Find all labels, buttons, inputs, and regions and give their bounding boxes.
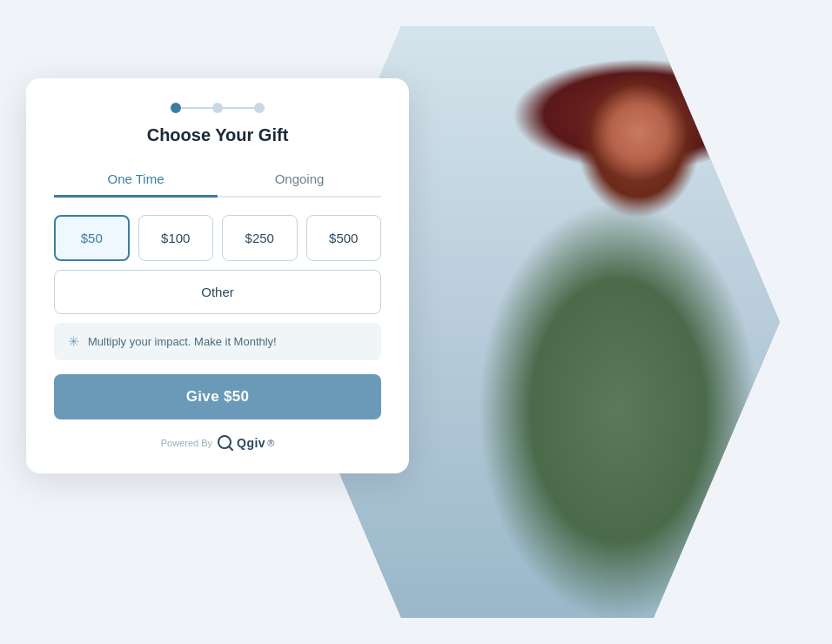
tab-ongoing[interactable]: Ongoing [218,163,381,198]
qgiv-trademark: ® [267,438,274,448]
progress-step-2 [212,103,223,113]
qgiv-brand-name: Qgiv [237,436,265,450]
amount-100-button[interactable]: $100 [138,215,214,261]
amount-50-button[interactable]: $50 [54,215,130,261]
amount-500-button[interactable]: $500 [306,215,382,261]
amount-250-button[interactable]: $250 [222,215,298,261]
progress-line-1 [181,107,212,109]
donation-card: Choose Your Gift One Time Ongoing $50 $1… [26,78,409,473]
progress-step-1 [171,103,181,113]
qgiv-q-icon [216,433,235,453]
progress-indicator [54,103,381,113]
give-button[interactable]: Give $50 [54,374,381,419]
svg-line-1 [229,446,232,450]
qgiv-logo: Qgiv® [216,433,274,453]
powered-by-label: Powered By [161,438,212,448]
powered-by-section: Powered By Qgiv® [54,433,381,453]
tab-one-time[interactable]: One Time [54,163,218,198]
sun-icon: ✳ [68,333,79,350]
monthly-upsell-banner: ✳ Multiply your impact. Make it Monthly! [54,323,381,360]
other-amount-button[interactable]: Other [54,270,381,314]
progress-line-2 [223,107,254,109]
monthly-upsell-text: Multiply your impact. Make it Monthly! [88,335,277,348]
amount-grid: $50 $100 $250 $500 [54,215,381,261]
progress-step-3 [254,103,265,113]
donation-card-wrapper: Choose Your Gift One Time Ongoing $50 $1… [26,78,409,473]
frequency-tabs: One Time Ongoing [54,163,381,198]
card-title: Choose Your Gift [54,125,381,145]
